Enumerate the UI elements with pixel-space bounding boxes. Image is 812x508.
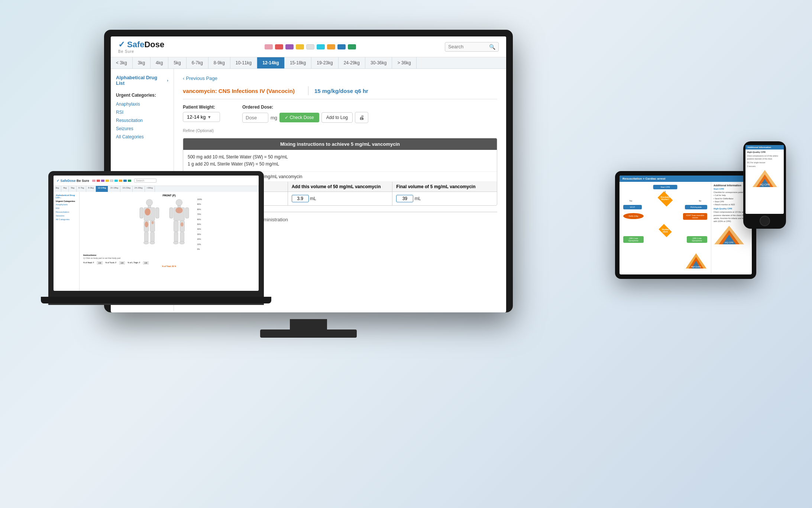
swatch-cyan[interactable] (317, 44, 325, 49)
svg-text:High Quality: High Quality (691, 266, 701, 268)
weight-tab-5[interactable]: 5kg (168, 57, 186, 68)
swatch-white[interactable] (306, 44, 314, 49)
body-diagram-title: FRONT (F) (163, 194, 176, 197)
svg-point-26 (180, 222, 183, 227)
logo-check-icon: ✓ (118, 40, 125, 49)
svg-rect-19 (174, 221, 178, 232)
pct-90: 90% (197, 203, 202, 205)
mixing-input2[interactable] (292, 195, 309, 202)
laptop-sidebar-anaphylaxis: Anaphylaxis (56, 203, 77, 206)
weight-value: 12-14 kg (187, 114, 206, 120)
laptop-content: FRONT (F) (80, 192, 259, 291)
mixing-unit3: mL (415, 196, 421, 201)
flow-pea-asystole: PEA/Asystole (685, 205, 707, 209)
weight-tab-15-18[interactable]: 15-18kg (285, 57, 311, 68)
logo-safe: Safe (127, 40, 144, 49)
weight-tab-12-14[interactable]: 12-14kg (257, 57, 285, 68)
tablet-triangle-chart: High Quality (685, 253, 707, 270)
laptop-frame: ✓ SafeDose Be Sure Search 3kg 4kg (48, 171, 264, 305)
sidebar-drug-list-label: Alphabetical Drug List (116, 75, 165, 86)
mixing-instructions: 500 mg add 10 mL Sterile Water (SW) = 50… (183, 150, 497, 172)
sidebar-item-seizures[interactable]: Seizures (116, 126, 168, 131)
svg-point-13 (151, 221, 153, 224)
flow-defibrillate: Defib 2J/kg (623, 213, 644, 219)
weight-tab-gt36[interactable]: > 36kg (392, 57, 416, 68)
pct-total-label: % of Total: 26 % (161, 265, 178, 267)
phone-header: Additional Information (745, 145, 784, 149)
tablet-triangle-legend-svg: HQ CPR (714, 225, 745, 245)
laptop-dot-cyan (114, 180, 118, 182)
laptop-wtab-15-18: 15-18kg (108, 186, 120, 192)
pct-30: 30% (197, 233, 202, 235)
weight-tab-8-9[interactable]: 8-9kg (208, 57, 230, 68)
svg-text:HQ CPR: HQ CPR (760, 183, 770, 186)
mixing-col3-header: Final volume of 5 mg/mL vancomycin (392, 182, 497, 192)
sidebar-drug-list[interactable]: Alphabetical Drug List › (116, 75, 168, 86)
weight-select[interactable]: 12-14 kg ▾ (183, 112, 220, 122)
sidebar-item-anaphylaxis[interactable]: Anaphylaxis (116, 102, 168, 107)
swatch-orange[interactable] (327, 44, 335, 49)
laptop-sidebar-urgent: Urgent Categories (56, 200, 77, 202)
swatch-blue[interactable] (337, 44, 346, 49)
back-link[interactable]: ‹ Previous Page (183, 75, 217, 81)
back-figure (166, 198, 192, 252)
mixing-input3[interactable] (396, 195, 413, 202)
laptop-sidebar-rsi: RSI (56, 207, 77, 209)
laptop-wtab-gt36: >36kg (145, 186, 155, 192)
logo-dose: Dose (144, 40, 164, 49)
weight-tab-lt3[interactable]: < 3kg (111, 57, 133, 68)
flow-yes-label: Yes (629, 200, 632, 202)
mixing-col2-header: Add this volume of 50 mg/mL vancomycin (288, 182, 393, 192)
flow-cpr-2min-left: CPR 2 minEpinephrine (623, 236, 644, 243)
color-swatches (175, 44, 445, 49)
sidebar-item-rsi[interactable]: RSI (116, 110, 168, 115)
pct-head-label: % of Head: F (83, 261, 94, 264)
laptop-dot-white (110, 180, 113, 182)
tablet-body: Start CPR Shockable Rhythm? Yes No VF/VT… (619, 182, 752, 273)
swatch-green[interactable] (348, 44, 356, 49)
laptop-wtab-19-23: 19-23kg (120, 186, 133, 192)
search-box[interactable]: 🔍 (445, 42, 499, 52)
svg-point-0 (146, 199, 152, 206)
phone-home-button[interactable] (760, 216, 770, 226)
laptop-dot-pink (92, 180, 96, 182)
svg-rect-1 (148, 205, 151, 208)
logo-sub: Be Sure (118, 49, 164, 54)
instructions-text: 1) Click on body part to set that body p… (83, 257, 255, 260)
back-body-svg (166, 198, 192, 250)
svg-rect-3 (140, 208, 143, 218)
swatch-purple[interactable] (285, 44, 294, 49)
search-input[interactable] (448, 44, 489, 49)
add-log-button[interactable]: Add to Log (321, 112, 353, 123)
drug-header: vancomycin: CNS Infections IV (Vancocin)… (183, 86, 497, 99)
weight-tab-6-7[interactable]: 6-7kg (187, 57, 208, 68)
flow-cpr-2min-right: CPR 2 minEpinephrine (687, 236, 707, 243)
drug-dose: 15 mg/kg/dose q6 hr (314, 88, 368, 94)
swatch-red[interactable] (275, 44, 283, 49)
check-dose-button[interactable]: ✓ Check Dose (279, 113, 319, 122)
weight-tab-10-11[interactable]: 10-11kg (230, 57, 257, 68)
logo-area: ✓ SafeDose Be Sure (118, 40, 164, 54)
sidebar-item-all-categories[interactable]: All Categories (116, 134, 168, 139)
swatch-pink[interactable] (265, 44, 273, 49)
sidebar-item-resuscitation[interactable]: Resuscitation (116, 118, 168, 123)
pct-70: 70% (197, 213, 202, 215)
weight-tab-30-36[interactable]: 30-36kg (365, 57, 392, 68)
body-diagram: FRONT (F) (80, 192, 259, 291)
swatch-yellow[interactable] (296, 44, 304, 49)
svg-point-12 (145, 222, 148, 227)
weight-tab-19-23[interactable]: 19-23kg (311, 57, 338, 68)
mixing-unit2: mL (310, 196, 316, 201)
laptop-sidebar: Alphabetical Drug List › Urgent Categori… (54, 192, 80, 291)
weight-tab-3[interactable]: 3kg (133, 57, 151, 68)
pct-40: 40% (197, 228, 202, 230)
laptop-dot-green (128, 180, 131, 182)
svg-rect-8 (150, 232, 154, 242)
dose-input[interactable] (242, 113, 268, 123)
laptop-wtab-3kg: 3kg (54, 186, 61, 192)
weight-tab-4[interactable]: 4kg (151, 57, 168, 68)
tablet-flowchart: Start CPR Shockable Rhythm? Yes No VF/VT… (619, 182, 711, 273)
burn-instructions: Instructions: 1) Click on body part to s… (82, 254, 256, 260)
weight-tab-24-29[interactable]: 24-29kg (339, 57, 365, 68)
print-button[interactable]: 🖨 (355, 112, 368, 123)
